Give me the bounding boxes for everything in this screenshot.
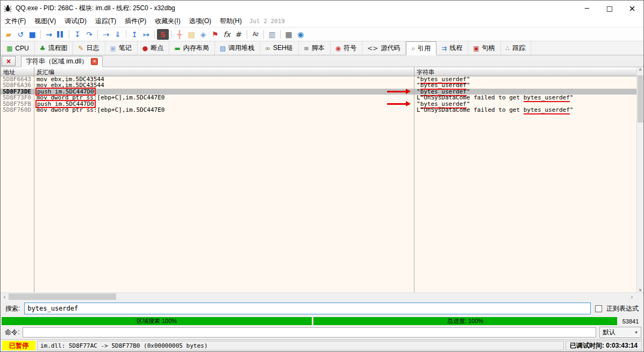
tab-breakpoints[interactable]: ●断点 <box>138 41 169 55</box>
tab-threads[interactable]: ⇉线程 <box>437 41 468 55</box>
disasm-cell: mov dword ptr ss:[ebp+C],im.5DC447E0 <box>34 107 414 113</box>
tab-notes[interactable]: ▣笔记 <box>105 41 138 55</box>
tab-call-stack[interactable]: ▤调用堆栈 <box>215 41 260 55</box>
menu-trace[interactable]: 追踪(T) <box>91 16 120 27</box>
comment-icon[interactable]: ▤ <box>185 29 197 40</box>
sharpod-plugin-icon[interactable]: S <box>157 29 169 40</box>
subtab-close-icon[interactable]: × <box>91 58 98 65</box>
region-search-progressbar: 区域搜索 100% <box>2 317 312 325</box>
step-into-icon[interactable]: ↧ <box>71 29 83 40</box>
menu-options[interactable]: 选项(O) <box>185 16 216 27</box>
tab-symbols[interactable]: ◉符号 <box>331 41 362 55</box>
function-icon[interactable]: fx <box>221 29 233 40</box>
tab-label: 符号 <box>344 44 356 53</box>
scroll-down-icon[interactable]: ∨ <box>639 288 642 292</box>
script-icon: ≡ <box>304 45 309 52</box>
vertical-scrollbar[interactable]: ∧ ∨ <box>636 67 643 292</box>
tab-memory-map[interactable]: ▬内存布局 <box>169 41 214 55</box>
toolbar-separator <box>69 30 69 39</box>
trace-into-icon[interactable]: ⇢ <box>100 29 112 40</box>
device-icon[interactable]: ▥ <box>266 29 278 40</box>
toolbar-separator <box>97 30 98 39</box>
menu-debug[interactable]: 调试(D) <box>60 16 91 27</box>
menu-view[interactable]: 视图(V) <box>30 16 60 27</box>
tab-source[interactable]: <>源代码 <box>362 41 406 55</box>
menu-plugins[interactable]: 插件(P) <box>120 16 151 27</box>
result-count: 53841 <box>619 318 642 325</box>
tab-seh[interactable]: ∞SEH链 <box>260 41 299 55</box>
maximize-button[interactable]: □ <box>598 1 621 16</box>
tab-cpu[interactable]: ▦CPU <box>2 41 35 55</box>
command-input[interactable] <box>23 327 596 337</box>
footprints-icon: ∴ <box>506 45 510 52</box>
pause-icon[interactable]: ▌▌ <box>55 29 67 40</box>
header-address[interactable]: 地址 <box>1 67 34 76</box>
command-label: 命令: <box>5 328 19 337</box>
bookmark-icon[interactable]: ⚑ <box>209 29 221 40</box>
window-title: QQ.exe - PID: 268C - 模块: im.dll - 线程: 25… <box>15 4 576 13</box>
header-disassembly[interactable]: 反汇编 <box>34 67 414 76</box>
subtab-label: 字符串（区域 im.dll） <box>26 57 88 66</box>
restart-icon[interactable]: ↺ <box>15 29 26 40</box>
tab-handles[interactable]: ▣句柄 <box>468 41 500 55</box>
regex-checkbox[interactable] <box>595 305 602 312</box>
stop-icon[interactable]: ■ <box>26 29 38 40</box>
search-row: 搜索: 正则表达式 <box>1 300 643 317</box>
notes-icon: ▣ <box>110 45 116 52</box>
tab-trace-view[interactable]: ∴跟踪 <box>501 41 532 55</box>
table-row[interactable]: 5D8F6A36mov ebx,im.5DC43544"bytes_userde… <box>1 82 636 88</box>
run-icon[interactable]: → <box>43 29 55 40</box>
patch-icon[interactable]: ╋ <box>174 29 185 40</box>
table-row[interactable]: 5D8F760Dmov dword ptr ss:[ebp+C],im.5DC4… <box>1 107 636 113</box>
build-date: Jul 2 2019 <box>246 18 285 25</box>
trace-over-icon[interactable]: ⇓ <box>112 29 124 40</box>
scroll-right-icon[interactable]: › <box>628 293 636 300</box>
subtab-strings-region[interactable]: 字符串（区域 im.dll） × <box>21 56 103 67</box>
open-file-icon[interactable]: ▰ <box>3 29 15 40</box>
string-text: L"OnSysDataCome failed to get <box>417 106 524 113</box>
header-strings[interactable]: 字符串 <box>414 67 636 76</box>
minimize-button[interactable]: ─ <box>576 1 598 16</box>
execute-till-return-icon[interactable]: ↥ <box>128 29 140 40</box>
tab-label: 源代码 <box>381 44 400 53</box>
tab-graph[interactable]: ♣流程图 <box>35 41 74 55</box>
horizontal-scrollbar-thumb[interactable] <box>9 293 116 300</box>
label-icon[interactable]: ◈ <box>197 29 209 40</box>
disasm-text: mov dword ptr ss:[ebp+C],im.5DC447E0 <box>37 107 164 113</box>
globe-icon[interactable]: ◉ <box>295 29 306 40</box>
table-row[interactable]: 5D8F73F0mov dword ptr ss:[ebp+C],im.5DC4… <box>1 95 636 100</box>
status-message: im.dll: 5D8F77AC -> 5D8F77B0 (0x00000005… <box>37 341 564 350</box>
toolbar-separator <box>280 30 281 39</box>
hash-icon[interactable]: # <box>233 29 245 40</box>
scroll-left-icon[interactable]: ‹ <box>1 293 9 300</box>
tab-label: 笔记 <box>119 44 132 53</box>
total-progressbar: 总进度: 100% <box>313 317 617 325</box>
menu-help[interactable]: 帮助(H) <box>216 16 246 27</box>
run-to-user-code-icon[interactable]: ↦ <box>140 29 152 40</box>
toolbar-separator <box>247 30 247 39</box>
table-body: 5D8F6643mov ebx,im.5DC43544"bytes_userde… <box>1 76 636 113</box>
tab-references[interactable]: ⌕引用 <box>406 41 437 55</box>
close-button[interactable]: × <box>621 1 643 16</box>
tab-log[interactable]: ✎日志 <box>73 41 105 55</box>
step-over-icon[interactable]: ↷ <box>83 29 95 40</box>
scroll-up-icon[interactable]: ∧ <box>639 67 642 72</box>
menubar: Jul 2 2019 文件(F)视图(V)调试(D)追踪(T)插件(P)收藏夹(… <box>1 16 643 27</box>
encoding-icon[interactable]: Az <box>249 29 261 40</box>
tab-label: 流程图 <box>48 44 67 53</box>
tab-script[interactable]: ≡脚本 <box>299 41 331 55</box>
search-input[interactable] <box>24 303 591 314</box>
string-cell: L"OnSysDataCome failed to get bytes_user… <box>414 95 636 100</box>
horizontal-scroll-track[interactable] <box>9 293 628 300</box>
address-cell: 5D8F73F0 <box>1 95 34 100</box>
table-empty-space <box>1 113 636 292</box>
close-reference-view-button[interactable]: × <box>2 56 16 66</box>
calculator-icon[interactable]: ▦ <box>283 29 295 40</box>
column-divider <box>414 67 414 292</box>
vertical-scrollbar-thumb[interactable] <box>638 75 643 123</box>
command-profile-dropdown[interactable]: 默认 ▼ <box>599 327 641 338</box>
menu-favourites[interactable]: 收藏夹(I) <box>151 16 184 27</box>
horizontal-scrollbar[interactable]: ‹ › <box>1 292 643 300</box>
subtabbar: × 字符串（区域 im.dll） × <box>1 55 643 67</box>
menu-file[interactable]: 文件(F) <box>1 16 30 27</box>
